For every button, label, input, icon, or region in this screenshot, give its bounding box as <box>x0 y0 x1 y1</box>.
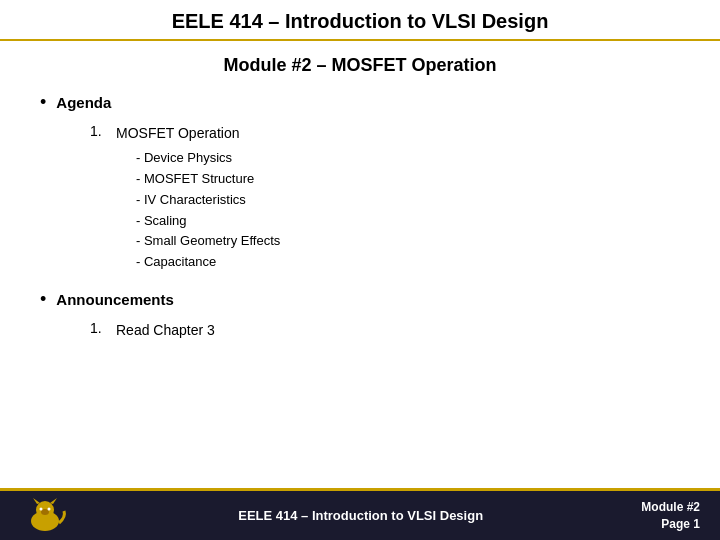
announcements-numbered-list: 1. Read Chapter 3 <box>90 320 680 341</box>
main-content: • Agenda 1. MOSFET Operation - Device Ph… <box>0 82 720 488</box>
agenda-section: • Agenda 1. MOSFET Operation - Device Ph… <box>40 92 680 273</box>
sub-item-3: - Scaling <box>136 211 280 232</box>
sub-item-2: - IV Characteristics <box>136 190 280 211</box>
footer-logo-icon <box>20 497 70 535</box>
subtitle-area: Module #2 – MOSFET Operation <box>0 41 720 82</box>
agenda-bullet: • Agenda <box>40 92 680 115</box>
announcements-label: Announcements <box>56 289 174 310</box>
agenda-item-1-num: 1. <box>90 123 110 139</box>
agenda-item-1-text: MOSFET Operation <box>116 125 239 141</box>
footer-module: Module #2 <box>641 499 700 516</box>
agenda-numbered-list: 1. MOSFET Operation - Device Physics - M… <box>90 123 680 273</box>
footer-center-text: EELE 414 – Introduction to VLSI Design <box>80 508 641 523</box>
agenda-label: Agenda <box>56 92 111 113</box>
slide: EELE 414 – Introduction to VLSI Design M… <box>0 0 720 540</box>
bullet-dot-announcements: • <box>40 287 46 312</box>
footer-page: Page 1 <box>641 516 700 533</box>
agenda-item-1: 1. MOSFET Operation - Device Physics - M… <box>90 123 680 273</box>
bullet-dot-agenda: • <box>40 90 46 115</box>
header-title: EELE 414 – Introduction to VLSI Design <box>172 10 549 32</box>
svg-marker-2 <box>33 498 40 504</box>
svg-marker-3 <box>50 498 57 504</box>
announcements-item-1: 1. Read Chapter 3 <box>90 320 680 341</box>
sub-item-1: - MOSFET Structure <box>136 169 280 190</box>
sub-item-5: - Capacitance <box>136 252 280 273</box>
agenda-sub-list: - Device Physics - MOSFET Structure - IV… <box>136 148 280 273</box>
svg-point-6 <box>48 507 51 510</box>
sub-item-4: - Small Geometry Effects <box>136 231 280 252</box>
announcements-section: • Announcements 1. Read Chapter 3 <box>40 289 680 341</box>
header: EELE 414 – Introduction to VLSI Design <box>0 0 720 41</box>
sub-item-0: - Device Physics <box>136 148 280 169</box>
subtitle-title: Module #2 – MOSFET Operation <box>223 55 496 75</box>
svg-point-5 <box>40 507 43 510</box>
announcements-item-1-text: Read Chapter 3 <box>116 320 215 341</box>
announcements-bullet: • Announcements <box>40 289 680 312</box>
footer: EELE 414 – Introduction to VLSI Design M… <box>0 488 720 540</box>
announcements-item-1-num: 1. <box>90 320 110 336</box>
footer-right: Module #2 Page 1 <box>641 499 700 533</box>
